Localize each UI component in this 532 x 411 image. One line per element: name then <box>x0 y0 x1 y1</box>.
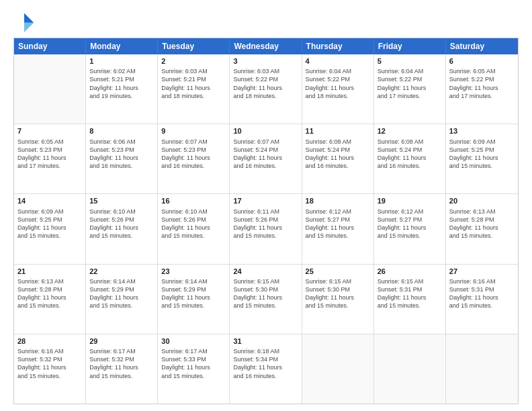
calendar-cell: 15Sunrise: 6:10 AM Sunset: 5:26 PM Dayli… <box>86 194 158 263</box>
header <box>13 11 519 32</box>
calendar-cell: 25Sunrise: 6:15 AM Sunset: 5:30 PM Dayli… <box>302 265 374 334</box>
day-info: Sunrise: 6:17 AM Sunset: 5:32 PM Dayligh… <box>89 347 154 380</box>
day-number: 9 <box>161 126 226 136</box>
calendar-cell: 18Sunrise: 6:12 AM Sunset: 5:27 PM Dayli… <box>302 194 374 263</box>
calendar-cell <box>302 334 374 404</box>
svg-marker-1 <box>24 23 34 32</box>
calendar-cell: 9Sunrise: 6:07 AM Sunset: 5:23 PM Daylig… <box>158 124 230 193</box>
day-number: 17 <box>233 196 298 205</box>
day-number: 25 <box>306 267 370 276</box>
calendar-cell <box>14 54 86 124</box>
day-info: Sunrise: 6:13 AM Sunset: 5:28 PM Dayligh… <box>449 208 515 240</box>
calendar-cell <box>446 334 518 404</box>
calendar-cell: 22Sunrise: 6:14 AM Sunset: 5:29 PM Dayli… <box>86 265 158 334</box>
page: SundayMondayTuesdayWednesdayThursdayFrid… <box>0 0 532 411</box>
calendar-cell: 11Sunrise: 6:08 AM Sunset: 5:24 PM Dayli… <box>302 124 374 193</box>
calendar-cell: 3Sunrise: 6:03 AM Sunset: 5:22 PM Daylig… <box>230 54 302 124</box>
day-number: 14 <box>17 196 82 205</box>
day-info: Sunrise: 6:09 AM Sunset: 5:25 PM Dayligh… <box>449 138 515 171</box>
day-info: Sunrise: 6:08 AM Sunset: 5:24 PM Dayligh… <box>306 138 370 171</box>
day-number: 22 <box>89 267 154 276</box>
day-number: 4 <box>306 56 370 66</box>
calendar-week-1: 1Sunrise: 6:02 AM Sunset: 5:21 PM Daylig… <box>14 54 518 124</box>
header-cell-saturday: Saturday <box>446 38 518 54</box>
day-number: 5 <box>378 56 442 66</box>
header-cell-sunday: Sunday <box>14 38 86 54</box>
calendar-cell: 5Sunrise: 6:04 AM Sunset: 5:22 PM Daylig… <box>374 54 446 124</box>
calendar-week-5: 28Sunrise: 6:16 AM Sunset: 5:32 PM Dayli… <box>14 334 518 404</box>
day-info: Sunrise: 6:04 AM Sunset: 5:22 PM Dayligh… <box>378 67 442 100</box>
calendar-cell: 28Sunrise: 6:16 AM Sunset: 5:32 PM Dayli… <box>14 334 86 404</box>
header-cell-friday: Friday <box>374 38 446 54</box>
day-number: 11 <box>306 126 370 136</box>
calendar-cell: 14Sunrise: 6:09 AM Sunset: 5:25 PM Dayli… <box>14 194 86 263</box>
day-info: Sunrise: 6:15 AM Sunset: 5:30 PM Dayligh… <box>233 277 298 310</box>
day-number: 2 <box>161 56 226 66</box>
calendar-week-4: 21Sunrise: 6:13 AM Sunset: 5:28 PM Dayli… <box>14 265 518 334</box>
calendar-cell: 29Sunrise: 6:17 AM Sunset: 5:32 PM Dayli… <box>86 334 158 404</box>
day-info: Sunrise: 6:12 AM Sunset: 5:27 PM Dayligh… <box>378 208 442 240</box>
header-cell-monday: Monday <box>86 38 158 54</box>
day-info: Sunrise: 6:11 AM Sunset: 5:26 PM Dayligh… <box>233 208 298 240</box>
day-info: Sunrise: 6:13 AM Sunset: 5:28 PM Dayligh… <box>17 277 82 310</box>
calendar-cell: 23Sunrise: 6:14 AM Sunset: 5:29 PM Dayli… <box>158 265 230 334</box>
day-number: 31 <box>233 336 298 346</box>
calendar-cell: 26Sunrise: 6:15 AM Sunset: 5:31 PM Dayli… <box>374 265 446 334</box>
day-info: Sunrise: 6:07 AM Sunset: 5:23 PM Dayligh… <box>161 138 226 171</box>
day-info: Sunrise: 6:16 AM Sunset: 5:32 PM Dayligh… <box>17 347 82 380</box>
calendar-cell: 1Sunrise: 6:02 AM Sunset: 5:21 PM Daylig… <box>86 54 158 124</box>
day-number: 24 <box>233 267 298 276</box>
day-info: Sunrise: 6:03 AM Sunset: 5:22 PM Dayligh… <box>233 67 298 100</box>
calendar-week-2: 7Sunrise: 6:05 AM Sunset: 5:23 PM Daylig… <box>14 124 518 194</box>
day-info: Sunrise: 6:15 AM Sunset: 5:31 PM Dayligh… <box>378 277 442 310</box>
day-number: 29 <box>89 336 154 346</box>
day-info: Sunrise: 6:17 AM Sunset: 5:33 PM Dayligh… <box>161 347 226 380</box>
day-number: 27 <box>449 267 515 276</box>
calendar-cell: 27Sunrise: 6:16 AM Sunset: 5:31 PM Dayli… <box>446 265 518 334</box>
day-number: 19 <box>378 196 442 205</box>
header-cell-wednesday: Wednesday <box>230 38 302 54</box>
calendar-week-3: 14Sunrise: 6:09 AM Sunset: 5:25 PM Dayli… <box>14 194 518 264</box>
day-info: Sunrise: 6:10 AM Sunset: 5:26 PM Dayligh… <box>89 208 154 240</box>
calendar-body: 1Sunrise: 6:02 AM Sunset: 5:21 PM Daylig… <box>14 54 518 404</box>
logo <box>13 11 38 32</box>
calendar-cell: 30Sunrise: 6:17 AM Sunset: 5:33 PM Dayli… <box>158 334 230 404</box>
svg-marker-0 <box>24 13 34 23</box>
day-number: 30 <box>161 336 226 346</box>
day-number: 16 <box>161 196 226 205</box>
calendar-cell: 6Sunrise: 6:05 AM Sunset: 5:22 PM Daylig… <box>446 54 518 124</box>
day-info: Sunrise: 6:05 AM Sunset: 5:23 PM Dayligh… <box>17 138 82 171</box>
logo-icon <box>13 11 35 32</box>
calendar-cell: 24Sunrise: 6:15 AM Sunset: 5:30 PM Dayli… <box>230 265 302 334</box>
calendar-cell: 17Sunrise: 6:11 AM Sunset: 5:26 PM Dayli… <box>230 194 302 263</box>
calendar-cell: 21Sunrise: 6:13 AM Sunset: 5:28 PM Dayli… <box>14 265 86 334</box>
calendar-cell: 19Sunrise: 6:12 AM Sunset: 5:27 PM Dayli… <box>374 194 446 263</box>
calendar-cell: 31Sunrise: 6:18 AM Sunset: 5:34 PM Dayli… <box>230 334 302 404</box>
day-info: Sunrise: 6:02 AM Sunset: 5:21 PM Dayligh… <box>89 67 154 100</box>
day-info: Sunrise: 6:12 AM Sunset: 5:27 PM Dayligh… <box>306 208 370 240</box>
day-info: Sunrise: 6:09 AM Sunset: 5:25 PM Dayligh… <box>17 208 82 240</box>
day-info: Sunrise: 6:08 AM Sunset: 5:24 PM Dayligh… <box>378 138 442 171</box>
calendar-cell: 16Sunrise: 6:10 AM Sunset: 5:26 PM Dayli… <box>158 194 230 263</box>
calendar-cell: 10Sunrise: 6:07 AM Sunset: 5:24 PM Dayli… <box>230 124 302 193</box>
header-cell-tuesday: Tuesday <box>158 38 230 54</box>
day-number: 20 <box>449 196 515 205</box>
calendar-header: SundayMondayTuesdayWednesdayThursdayFrid… <box>14 38 518 54</box>
day-number: 18 <box>306 196 370 205</box>
day-info: Sunrise: 6:05 AM Sunset: 5:22 PM Dayligh… <box>449 67 515 100</box>
day-info: Sunrise: 6:18 AM Sunset: 5:34 PM Dayligh… <box>233 347 298 380</box>
day-info: Sunrise: 6:14 AM Sunset: 5:29 PM Dayligh… <box>161 277 226 310</box>
header-cell-thursday: Thursday <box>302 38 374 54</box>
calendar-cell: 20Sunrise: 6:13 AM Sunset: 5:28 PM Dayli… <box>446 194 518 263</box>
day-info: Sunrise: 6:14 AM Sunset: 5:29 PM Dayligh… <box>89 277 154 310</box>
day-number: 3 <box>233 56 298 66</box>
calendar-cell: 12Sunrise: 6:08 AM Sunset: 5:24 PM Dayli… <box>374 124 446 193</box>
day-number: 23 <box>161 267 226 276</box>
day-number: 28 <box>17 336 82 346</box>
calendar-cell: 4Sunrise: 6:04 AM Sunset: 5:22 PM Daylig… <box>302 54 374 124</box>
day-number: 26 <box>378 267 442 276</box>
calendar-cell: 7Sunrise: 6:05 AM Sunset: 5:23 PM Daylig… <box>14 124 86 193</box>
day-info: Sunrise: 6:15 AM Sunset: 5:30 PM Dayligh… <box>306 277 370 310</box>
calendar-cell: 2Sunrise: 6:03 AM Sunset: 5:21 PM Daylig… <box>158 54 230 124</box>
day-number: 21 <box>17 267 82 276</box>
